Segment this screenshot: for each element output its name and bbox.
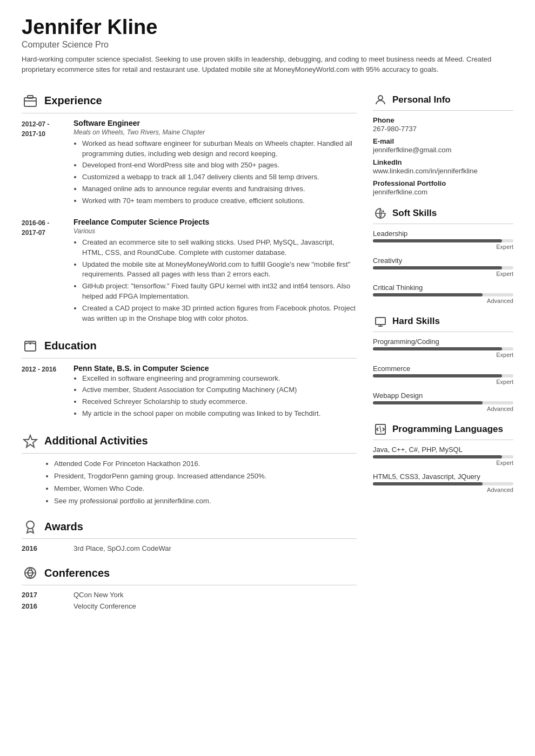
skill-item: Programming/CodingExpert — [373, 338, 513, 358]
svg-rect-12 — [376, 318, 385, 325]
soft-skills-title: Soft Skills — [392, 208, 437, 219]
entry-company: Meals on Wheels, Two Rivers, Maine Chapt… — [73, 129, 357, 136]
skill-level: Advanced — [373, 406, 513, 412]
personal-info-section: Personal Info Phone 267-980-7737 E-mail … — [373, 92, 513, 196]
skill-bar-fill — [373, 266, 502, 269]
entry-bullets: Worked as head software engineer for sub… — [73, 139, 357, 206]
skill-bar-container — [373, 347, 513, 350]
list-item: Updated the mobile site at MoneyMoneyWor… — [82, 260, 357, 280]
list-item: Received Schreyer Scholarship to study e… — [82, 397, 357, 407]
education-title: Education — [44, 340, 97, 352]
list-item: See my professional portfolio at jennife… — [54, 496, 357, 507]
skill-bar-container — [373, 266, 513, 269]
skill-item: Webapp DesignAdvanced — [373, 392, 513, 412]
prog-lang-name: HTML5, CSS3, Javascript, JQuery — [373, 473, 513, 481]
skill-level: Expert — [373, 460, 513, 466]
skill-item: CreativityExpert — [373, 256, 513, 277]
prog-lang-list: Java, C++, C#, PHP, MySQLExpertHTML5, CS… — [373, 446, 513, 493]
skill-name: Critical Thinking — [373, 284, 513, 292]
list-item: Customized a webapp to track all 1,047 d… — [82, 172, 357, 183]
awards-title: Awards — [44, 521, 83, 533]
skill-bar-fill — [373, 374, 502, 377]
list-item: GitHub project: "tensorflow." Fixed faul… — [82, 281, 357, 302]
entry-body: Freelance Computer Science ProjectsVario… — [73, 218, 357, 326]
experience-icon — [22, 92, 39, 110]
skill-bar-fill — [373, 293, 483, 296]
hard-skills-section: Hard Skills Programming/CodingExpertEcom… — [373, 314, 513, 412]
linkedin-label: LinkedIn — [373, 158, 513, 166]
skill-bar-fill — [373, 455, 502, 458]
soft-skills-section: Soft Skills LeadershipExpertCreativityEx… — [373, 206, 513, 304]
list-item: Managed online ads to announce regular e… — [82, 184, 357, 194]
svg-point-6 — [26, 521, 34, 529]
education-entries: 2012 - 2016Penn State, B.S. in Computer … — [22, 364, 357, 421]
left-column: Experience 2012-07 - 2017-10Software Eng… — [22, 92, 357, 623]
skill-item: Critical ThinkingAdvanced — [373, 284, 513, 304]
entry-job-title: Software Engineer — [73, 119, 357, 127]
phone-label: Phone — [373, 116, 513, 124]
svg-rect-1 — [28, 96, 33, 98]
list-item: Created an ecommerce site to sell walkin… — [82, 238, 357, 258]
svg-marker-5 — [24, 435, 37, 447]
list-item: Excelled in software engineering and pro… — [82, 374, 357, 384]
additional-divider — [22, 453, 357, 454]
awards-section: Awards 20163rd Place, SpOJ.com CodeWar — [22, 518, 357, 552]
conference-entry: 2016Velocity Conference — [22, 602, 357, 610]
conference-year: 2016 — [22, 602, 65, 610]
entry-job-title: Freelance Computer Science Projects — [73, 218, 357, 226]
prog-lang-icon — [373, 422, 388, 437]
entry-body: Software EngineerMeals on Wheels, Two Ri… — [73, 119, 357, 208]
personal-info-divider — [373, 110, 513, 111]
skill-level: Advanced — [373, 298, 513, 304]
list-item: President, TrogdorPenn gaming group. Inc… — [54, 471, 357, 482]
conference-text: QCon New York — [73, 591, 124, 599]
skill-level: Advanced — [373, 487, 513, 493]
skill-level: Expert — [373, 271, 513, 277]
conference-entry: 2017QCon New York — [22, 591, 357, 599]
prog-lang-name: Java, C++, C#, PHP, MySQL — [373, 446, 513, 454]
soft-skills-list: LeadershipExpertCreativityExpertCritical… — [373, 230, 513, 304]
svg-point-4 — [29, 342, 31, 345]
linkedin-value: www.linkedin.com/in/jenniferfkline — [373, 167, 513, 175]
entry-body: Penn State, B.S. in Computer ScienceExce… — [73, 364, 357, 421]
hard-skills-title: Hard Skills — [392, 316, 440, 327]
education-entry: 2012 - 2016Penn State, B.S. in Computer … — [22, 364, 357, 421]
entry-date: 2012-07 - 2017-10 — [22, 119, 65, 208]
awards-icon — [22, 518, 39, 535]
activities-list: Attended Code For Princeton Hackathon 20… — [22, 459, 357, 506]
svg-rect-0 — [24, 98, 36, 106]
skill-level: Expert — [373, 244, 513, 250]
education-section: Education 2012 - 2016Penn State, B.S. in… — [22, 338, 357, 421]
entry-bullets: Excelled in software engineering and pro… — [73, 374, 357, 419]
personal-info-icon — [373, 92, 388, 107]
list-item: Developed front-end WordPress site and b… — [82, 160, 357, 171]
award-year: 2016 — [22, 544, 65, 552]
svg-line-16 — [380, 426, 381, 433]
conferences-divider — [22, 585, 357, 585]
candidate-name: Jennifer Kline — [22, 16, 513, 39]
right-column: Personal Info Phone 267-980-7737 E-mail … — [373, 92, 513, 623]
awards-divider — [22, 538, 357, 539]
phone-value: 267-980-7737 — [373, 125, 513, 133]
prog-lang-item: HTML5, CSS3, Javascript, JQueryAdvanced — [373, 473, 513, 493]
prog-lang-title: Programming Languages — [392, 424, 503, 435]
portfolio-label: Professional Portfolio — [373, 179, 513, 187]
portfolio-value: jenniferfkline.com — [373, 188, 513, 196]
skill-name: Creativity — [373, 256, 513, 265]
skill-level: Expert — [373, 352, 513, 358]
candidate-title: Computer Science Pro — [22, 40, 513, 50]
soft-skills-divider — [373, 224, 513, 224]
skill-item: EcommerceExpert — [373, 364, 513, 385]
email-value: jenniferfkline@gmail.com — [373, 146, 513, 154]
header: Jennifer Kline Computer Science Pro Hard… — [22, 16, 513, 75]
additional-icon — [22, 433, 39, 450]
prog-lang-item: Java, C++, C#, PHP, MySQLExpert — [373, 446, 513, 466]
entry-company: Various — [73, 227, 357, 235]
entry-date: 2012 - 2016 — [22, 364, 65, 421]
entry-school: Penn State, B.S. in Computer Science — [73, 364, 357, 373]
hard-skills-list: Programming/CodingExpertEcommerceExpertW… — [373, 338, 513, 412]
experience-section: Experience 2012-07 - 2017-10Software Eng… — [22, 92, 357, 326]
entry-date: 2016-06 - 2017-07 — [22, 218, 65, 326]
skill-bar-fill — [373, 401, 483, 404]
skill-name: Leadership — [373, 230, 513, 238]
